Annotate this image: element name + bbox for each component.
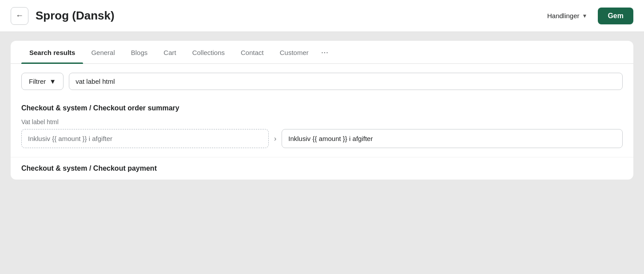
- main-card: Search results General Blogs Cart Collec…: [11, 41, 633, 180]
- tab-contact[interactable]: Contact: [233, 41, 272, 63]
- tab-cart[interactable]: Cart: [155, 41, 184, 63]
- tab-blogs[interactable]: Blogs: [123, 41, 156, 63]
- translation-fields: Inklusiv {{ amount }} i afgifter ›: [21, 129, 623, 148]
- tabs-more-button[interactable]: ···: [317, 41, 333, 63]
- tab-general[interactable]: General: [83, 41, 123, 63]
- translation-input-vat[interactable]: [282, 129, 623, 148]
- tab-collections[interactable]: Collections: [184, 41, 233, 63]
- section-heading-checkout-order-summary: Checkout & system / Checkout order summa…: [11, 97, 633, 117]
- field-label-vat: Vat label html: [21, 118, 623, 125]
- header-right: Handlinger ▼ Gem: [542, 8, 633, 24]
- original-value: Inklusiv {{ amount }} i afgifter: [21, 129, 269, 148]
- page-title: Sprog (Dansk): [36, 9, 115, 23]
- translation-row-vat-label: Vat label html Inklusiv {{ amount }} i a…: [11, 117, 633, 157]
- tab-search-results[interactable]: Search results: [21, 41, 83, 63]
- chevron-down-icon: ▼: [582, 13, 588, 19]
- tab-customer[interactable]: Customer: [272, 41, 317, 63]
- filter-bar: Filtrer ▼: [11, 64, 633, 97]
- handlinger-button[interactable]: Handlinger ▼: [542, 8, 592, 23]
- filter-label: Filtrer: [29, 78, 46, 85]
- arrow-right-icon: ›: [274, 135, 276, 143]
- header: ← Sprog (Dansk) Handlinger ▼ Gem: [0, 0, 644, 32]
- handlinger-label: Handlinger: [547, 12, 580, 20]
- section-heading-checkout-payment: Checkout & system / Checkout payment: [11, 157, 633, 180]
- search-input[interactable]: [69, 73, 623, 90]
- filter-chevron-icon: ▼: [49, 78, 56, 85]
- tabs-bar: Search results General Blogs Cart Collec…: [11, 41, 633, 64]
- back-icon: ←: [16, 11, 24, 20]
- back-button[interactable]: ←: [11, 7, 28, 25]
- filter-button[interactable]: Filtrer ▼: [21, 73, 64, 90]
- gem-button[interactable]: Gem: [598, 8, 633, 24]
- header-left: ← Sprog (Dansk): [11, 7, 115, 25]
- main-content: Search results General Blogs Cart Collec…: [0, 32, 644, 274]
